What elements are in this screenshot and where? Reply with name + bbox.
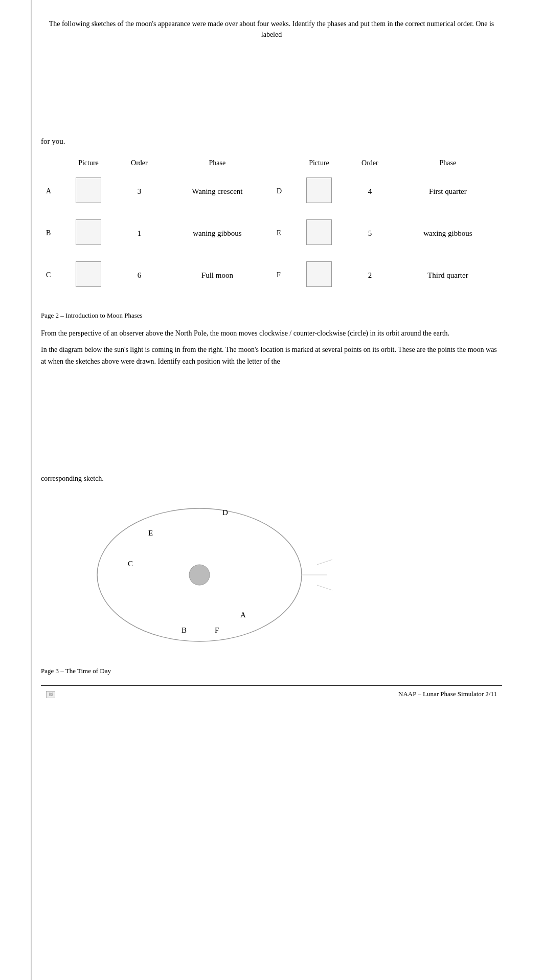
row-label-e: E bbox=[272, 212, 292, 254]
row-label-d: D bbox=[272, 170, 292, 212]
header-phase-2: Phase bbox=[394, 156, 502, 170]
page-footer: 🖼 NAAP – Lunar Phase Simulator 2/11 bbox=[41, 685, 502, 702]
table-row: B 1 waning gibbous E 5 waxing gibbous bbox=[41, 212, 502, 254]
phases-table-container: Picture Order Phase Picture Order Phase … bbox=[41, 156, 502, 296]
header-picture-1: Picture bbox=[61, 156, 116, 170]
diagram-gap bbox=[41, 372, 502, 475]
picture-box-e bbox=[292, 212, 346, 254]
phase-e: waxing gibbous bbox=[394, 212, 502, 254]
table-row: C 6 Full moon F 2 Third quarter bbox=[41, 254, 502, 296]
picture-box-d bbox=[292, 170, 346, 212]
page2-paragraph2: In the diagram below the sun's light is … bbox=[41, 344, 502, 367]
svg-line-4 bbox=[317, 585, 332, 590]
for-you-text: for you. bbox=[41, 137, 502, 146]
diagram-label-f: F bbox=[215, 626, 219, 635]
diagram-label-d: D bbox=[222, 508, 228, 517]
picture-box-c bbox=[61, 254, 116, 296]
diagram-label-c: C bbox=[128, 560, 133, 568]
header-order-1: Order bbox=[116, 156, 163, 170]
diagram-label-e: E bbox=[148, 529, 153, 538]
header-picture-2: Picture bbox=[292, 156, 346, 170]
intro-text: The following sketches of the moon's app… bbox=[41, 18, 502, 40]
orbit-svg bbox=[82, 498, 337, 652]
row-label-b: B bbox=[41, 212, 61, 254]
row-label-f: F bbox=[272, 254, 292, 296]
phase-b: waning gibbous bbox=[163, 212, 272, 254]
phase-f: Third quarter bbox=[394, 254, 502, 296]
bottom-padding bbox=[41, 702, 502, 980]
orbit-diagram-area: D E C A B F bbox=[41, 498, 502, 662]
page: The following sketches of the moon's app… bbox=[0, 0, 543, 980]
svg-point-1 bbox=[189, 565, 210, 585]
phase-d: First quarter bbox=[394, 170, 502, 212]
row-label-c: C bbox=[41, 254, 61, 296]
header-order-2: Order bbox=[346, 156, 394, 170]
phase-c: Full moon bbox=[163, 254, 272, 296]
order-f: 2 bbox=[346, 254, 394, 296]
page2-paragraph1: From the perspective of an observer abov… bbox=[41, 328, 502, 339]
page2-header: Page 2 – Introduction to Moon Phases bbox=[41, 311, 502, 320]
picture-box-a bbox=[61, 170, 116, 212]
footer-attribution: NAAP – Lunar Phase Simulator 2/11 bbox=[398, 690, 497, 698]
corresponding-sketch-text: corresponding sketch. bbox=[41, 475, 502, 483]
diagram-label-b: B bbox=[182, 626, 187, 635]
order-b: 1 bbox=[116, 212, 163, 254]
svg-line-3 bbox=[317, 560, 332, 565]
picture-box-b bbox=[61, 212, 116, 254]
phase-a: Waning crescent bbox=[163, 170, 272, 212]
page3-header: Page 3 – The Time of Day bbox=[41, 667, 502, 675]
order-a: 3 bbox=[116, 170, 163, 212]
diagram-label-a: A bbox=[240, 611, 246, 619]
table-header-row: Picture Order Phase Picture Order Phase bbox=[41, 156, 502, 170]
phases-table: Picture Order Phase Picture Order Phase … bbox=[41, 156, 502, 296]
row-label-a: A bbox=[41, 170, 61, 212]
broken-image-icon: 🖼 bbox=[46, 690, 55, 698]
order-d: 4 bbox=[346, 170, 394, 212]
order-e: 5 bbox=[346, 212, 394, 254]
left-border-line bbox=[31, 0, 32, 980]
order-c: 6 bbox=[116, 254, 163, 296]
picture-box-f bbox=[292, 254, 346, 296]
header-phase-1: Phase bbox=[163, 156, 272, 170]
table-row: A 3 Waning crescent D 4 First quarter bbox=[41, 170, 502, 212]
